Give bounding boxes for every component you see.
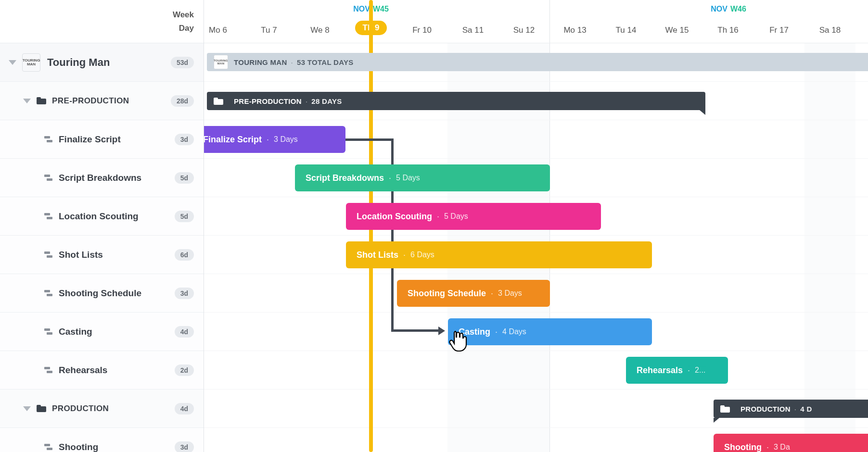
gantt-phase-prod[interactable]: PRODUCTION·4 D xyxy=(714,400,868,418)
header-corner: Week Day xyxy=(0,0,204,43)
gantt-project-summary[interactable]: TOURINGMAN TOURING MAN·53 TOTAL DAYS xyxy=(207,53,868,71)
task-name: Shooting xyxy=(59,442,175,452)
chevron-down-icon[interactable] xyxy=(23,99,31,103)
duration-pill: 3d xyxy=(175,134,194,145)
chevron-down-icon[interactable] xyxy=(23,406,31,411)
phase-name: PRODUCTION xyxy=(52,404,175,414)
sidebar: Week Day TOURINGMAN Touring Man 53d PRE-… xyxy=(0,0,204,452)
gantt-bar-schedule[interactable]: Shooting Schedule·3 Days xyxy=(397,280,550,307)
task-name: Finalize Script xyxy=(59,134,175,145)
day-header[interactable]: Th 16 xyxy=(702,25,753,35)
bar-days: 3 Days xyxy=(274,135,298,144)
dependency-line xyxy=(345,138,394,141)
sidebar-phase-prod[interactable]: PRODUCTION 4d xyxy=(0,389,204,428)
duration-pill: 5d xyxy=(175,172,194,184)
day-header[interactable]: Mo 6 xyxy=(204,25,243,35)
bar-days: 3 Days xyxy=(498,289,522,298)
bar-days: 5 Days xyxy=(396,174,420,182)
day-header[interactable]: We 15 xyxy=(651,25,702,35)
sidebar-task-schedule[interactable]: Shooting Schedule 3d xyxy=(0,274,204,313)
sidebar-task-shotlists[interactable]: Shot Lists 6d xyxy=(0,236,204,274)
sidebar-task-casting[interactable]: Casting 4d xyxy=(0,313,204,351)
gantt-bar-shooting[interactable]: Shooting·3 Da xyxy=(714,434,868,452)
bar-days: 3 Da xyxy=(774,443,790,452)
bar-title: Shot Lists xyxy=(357,250,398,260)
task-icon xyxy=(44,367,53,374)
week-label: NOVW46 xyxy=(711,5,746,13)
task-icon xyxy=(44,136,53,143)
sidebar-task-finalize[interactable]: Finalize Script 3d xyxy=(0,120,204,159)
timeline-header: NOVW45NOVW46Mo 6Tu 7We 8Th 9Fr 10Sa 11Su… xyxy=(204,0,868,43)
duration-pill: 5d xyxy=(175,211,194,222)
gantt-bar-casting[interactable]: Casting·4 Days xyxy=(448,318,652,345)
timeline-body[interactable]: TOURINGMAN TOURING MAN·53 TOTAL DAYS PRE… xyxy=(204,43,868,452)
bar-days: 4 Days xyxy=(502,327,526,336)
sidebar-task-breakdown[interactable]: Script Breakdowns 5d xyxy=(0,159,204,197)
day-header[interactable]: We 8 xyxy=(294,25,345,35)
day-header[interactable]: Fr 10 xyxy=(396,25,447,35)
bar-title: Rehearsals xyxy=(637,365,683,376)
bar-title: Shooting xyxy=(724,442,762,452)
task-icon xyxy=(44,175,53,181)
gantt-bar-shotlists[interactable]: Shot Lists·6 Days xyxy=(346,241,652,268)
duration-pill: 3d xyxy=(175,288,194,299)
task-icon xyxy=(44,251,53,258)
day-header[interactable]: Fr 17 xyxy=(753,25,804,35)
task-icon xyxy=(44,328,53,335)
task-icon xyxy=(44,444,53,451)
sidebar-task-location[interactable]: Location Scouting 5d xyxy=(0,197,204,236)
folder-icon xyxy=(37,97,46,104)
duration-pill: 3d xyxy=(175,441,194,452)
sidebar-task-shooting[interactable]: Shooting 3d xyxy=(0,428,204,452)
task-name: Rehearsals xyxy=(59,365,175,376)
bar-days: 2... xyxy=(695,366,705,375)
bar-days: 5 Days xyxy=(444,212,468,221)
gantt-bar-rehearsal[interactable]: Rehearsals·2... xyxy=(626,357,728,384)
bar-title: Casting xyxy=(459,327,490,337)
bar-title: Finalize Script xyxy=(204,135,262,145)
task-name: Location Scouting xyxy=(59,211,175,222)
project-logo: TOURINGMAN xyxy=(22,53,40,72)
duration-pill: 6d xyxy=(175,249,194,261)
day-header[interactable]: Tu 14 xyxy=(600,25,651,35)
day-header[interactable]: Sa 18 xyxy=(804,25,855,35)
bar-days: 6 Days xyxy=(410,251,434,259)
day-header[interactable]: Su 12 xyxy=(498,25,549,35)
task-name: Casting xyxy=(59,326,175,337)
dependency-arrow-icon xyxy=(438,326,445,335)
sidebar-phase-preprod[interactable]: PRE-PRODUCTION 28d xyxy=(0,82,204,120)
bar-title: Shooting Schedule xyxy=(408,289,486,299)
folder-icon xyxy=(720,405,730,413)
dependency-line xyxy=(391,329,439,332)
folder-icon xyxy=(37,405,46,412)
task-name: Shooting Schedule xyxy=(59,288,175,299)
scale-week-label: Week xyxy=(173,8,194,22)
duration-pill: 2d xyxy=(175,364,194,376)
sidebar-project-row[interactable]: TOURINGMAN Touring Man 53d xyxy=(0,43,204,82)
phase-name: PRE-PRODUCTION xyxy=(52,96,171,106)
task-icon xyxy=(44,213,53,220)
bar-title: Location Scouting xyxy=(357,212,432,222)
gantt-bar-finalize[interactable]: Finalize Script·3 Days xyxy=(204,126,345,153)
timeline[interactable]: NOVW45NOVW46Mo 6Tu 7We 8Th 9Fr 10Sa 11Su… xyxy=(204,0,868,452)
folder-icon xyxy=(214,98,223,105)
chevron-down-icon[interactable] xyxy=(9,60,16,65)
duration-pill: 4d xyxy=(175,403,194,414)
gantt-bar-breakdown[interactable]: Script Breakdowns·5 Days xyxy=(295,164,550,191)
day-header[interactable]: Tu 7 xyxy=(243,25,294,35)
sidebar-task-rehearsal[interactable]: Rehearsals 2d xyxy=(0,351,204,389)
task-name: Script Breakdowns xyxy=(59,173,175,183)
duration-pill: 53d xyxy=(171,57,194,68)
duration-pill: 4d xyxy=(175,326,194,338)
gantt-bar-location[interactable]: Location Scouting·5 Days xyxy=(346,203,601,230)
day-header[interactable]: Sa 11 xyxy=(447,25,498,35)
week-separator xyxy=(549,0,550,43)
row-gridline xyxy=(204,351,868,389)
task-name: Shot Lists xyxy=(59,250,175,260)
bar-title: Script Breakdowns xyxy=(306,173,384,183)
day-header[interactable]: Mo 13 xyxy=(549,25,600,35)
gantt-phase-preprod[interactable]: PRE-PRODUCTION·28 DAYS xyxy=(207,92,705,110)
project-name: Touring Man xyxy=(47,56,171,69)
task-icon xyxy=(44,290,53,297)
duration-pill: 28d xyxy=(171,95,194,107)
